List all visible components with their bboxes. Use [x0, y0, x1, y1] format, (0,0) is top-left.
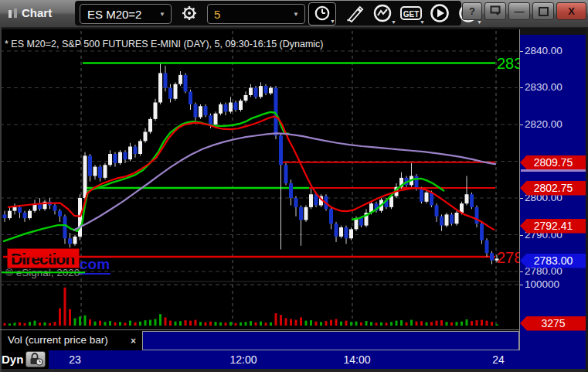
window-title: Chart [22, 6, 52, 19]
price-tag: 2809.75 [520, 155, 586, 170]
price-axis-label: 2830.00 [525, 81, 563, 93]
chart-window-icon [7, 8, 19, 22]
price-tag: 3275 [520, 316, 586, 331]
lock-clock-icon [27, 357, 44, 368]
help-icon: ? [469, 5, 475, 17]
watermark-direction: Direction [7, 248, 80, 268]
close-button[interactable]: X [556, 2, 586, 20]
dyn-mode-label: Dyn [2, 353, 23, 366]
price-axis[interactable]: 2840.002830.002820.002800.002790.002780.… [519, 35, 588, 369]
dyn-mode-box: Dyn [0, 350, 49, 369]
watermark-com: com [79, 256, 110, 275]
interval-combobox[interactable]: 5 ▼ [207, 4, 305, 24]
zigzag-line-icon [372, 3, 393, 26]
chart-title: * ES M20=2, S&P 500 FUTURES E-MINI (DAY)… [5, 39, 324, 49]
symbol-value: ES M20=2 [87, 8, 141, 21]
maximize-button[interactable] [532, 2, 554, 20]
minimize-button[interactable]: — [508, 2, 530, 20]
close-icon[interactable]: × [131, 331, 136, 351]
study-tab-row: Vol (current price bar) × [0, 330, 519, 350]
chart-pane[interactable] [0, 29, 519, 330]
tab-row-fill [142, 331, 519, 350]
maximize-icon [539, 7, 549, 16]
chevron-down-icon: ▼ [391, 19, 396, 25]
chevron-down-icon: ▼ [159, 11, 171, 18]
slow-ma-axis-marker [521, 169, 586, 172]
play-button[interactable] [427, 2, 453, 26]
time-axis[interactable]: Dyn 2312:0014:0024 [0, 350, 588, 369]
price-tag: 2802.75 [520, 181, 586, 196]
time-axis-label: 24 [477, 353, 520, 366]
time-axis-label: 23 [53, 353, 97, 366]
get-data-button[interactable]: GET ▼ [397, 2, 425, 26]
axis-separator[interactable] [519, 29, 520, 350]
pencil-icon [344, 3, 364, 26]
price-axis-label: 2840.00 [525, 45, 563, 56]
price-axis-label: 100000 [525, 278, 559, 290]
price-tag: 2792.41 [520, 219, 586, 234]
chevron-down-icon: ▼ [330, 19, 335, 24]
tab-volume-study[interactable]: Vol (current price bar) × [0, 330, 142, 350]
time-axis-label: 14:00 [335, 353, 379, 366]
help-button[interactable]: ? [462, 2, 482, 20]
chevron-down-icon: ▼ [293, 11, 304, 18]
price-tag: 2783.00 [520, 254, 586, 268]
gear-icon [182, 5, 197, 23]
symbol-combobox[interactable]: ES M20=2 ▼ [80, 4, 172, 24]
time-axis-label: 12:00 [222, 353, 265, 366]
popout-icon [490, 5, 501, 18]
pane-separator[interactable] [0, 329, 519, 330]
time-interval-button[interactable]: ▼ [308, 2, 336, 26]
window-titlebar[interactable]: Chart ES M20=2 ▼ 5 ▼ [0, 0, 588, 28]
interval-value: 5 [214, 8, 220, 21]
volume-tab-label: Vol (current price bar) [8, 334, 108, 346]
indicator-button[interactable]: ▼ [369, 2, 396, 26]
svg-text:GET: GET [403, 9, 420, 18]
chevron-down-icon: ▼ [477, 19, 482, 25]
draw-tools-button[interactable] [341, 2, 366, 26]
window-left-edge [0, 27, 2, 372]
window-bottom-edge [0, 369, 588, 372]
time-lock-button[interactable] [25, 351, 46, 367]
chevron-down-icon: ▼ [420, 19, 425, 25]
close-icon: X [568, 5, 575, 17]
minimize-icon: — [515, 5, 525, 17]
popout-button[interactable] [484, 2, 506, 20]
symbol-settings-button[interactable] [175, 3, 202, 25]
copyright-text: © eSignal, 2020 [5, 267, 80, 278]
price-axis-label: 2820.00 [525, 118, 563, 130]
clock-icon [314, 5, 331, 24]
play-icon [430, 3, 450, 26]
